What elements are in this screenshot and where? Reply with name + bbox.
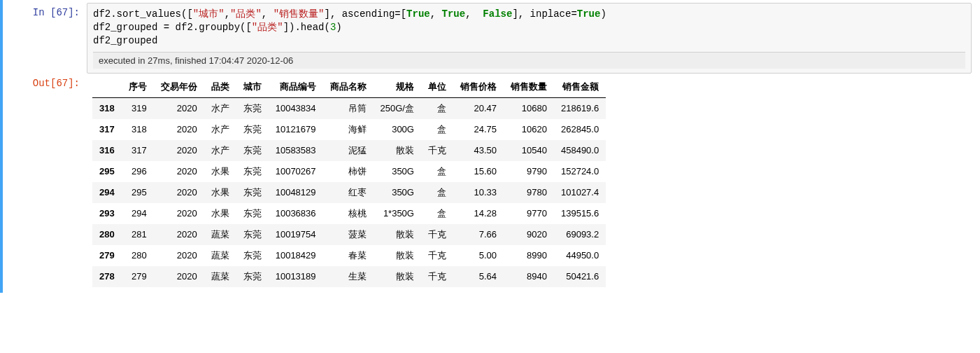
cell: 50421.6	[554, 266, 606, 287]
cell: 盒	[421, 161, 453, 182]
code-token: ,	[430, 8, 442, 20]
cell: 东莞	[236, 245, 269, 266]
code-keyword: True	[406, 8, 430, 20]
cell: 101027.4	[554, 182, 606, 203]
col-header: 品类	[204, 76, 236, 98]
cell: 2020	[154, 224, 204, 245]
cell: 10048129	[269, 182, 323, 203]
cell: 2020	[154, 119, 204, 140]
code-token: )	[336, 22, 341, 33]
code-string: "品类"	[230, 8, 262, 20]
table-row: 3163172020水产东莞10583583泥猛散装千克43.501054045…	[92, 140, 606, 161]
code-token: ]).head(	[283, 22, 330, 33]
table-row: 2932942020水果东莞10036836核桃1*350G盒14.289770…	[92, 203, 606, 224]
cell: 东莞	[236, 203, 269, 224]
col-header: 交易年份	[154, 76, 204, 98]
cell: 散装	[374, 266, 421, 287]
code-string: "销售数量"	[274, 8, 325, 20]
cell: 2020	[154, 266, 204, 287]
cell: 1*350G	[374, 203, 421, 224]
cell: 69093.2	[554, 224, 606, 245]
cell: 7.66	[453, 224, 504, 245]
cell: 2020	[154, 182, 204, 203]
col-header: 销售金额	[554, 76, 606, 98]
code-token: df2_grouped	[93, 35, 157, 46]
cell: 10070267	[269, 161, 323, 182]
cell: 10043834	[269, 97, 323, 119]
code-keyword: True	[577, 8, 601, 20]
cell: 东莞	[236, 224, 269, 245]
cell: 千克	[421, 266, 453, 287]
row-index: 280	[92, 224, 122, 245]
cell: 东莞	[236, 119, 269, 140]
cell: 水产	[204, 97, 236, 119]
table-row: 2952962020水果东莞10070267柿饼350G盒15.60979015…	[92, 161, 606, 182]
cell: 水果	[204, 203, 236, 224]
cell: 东莞	[236, 182, 269, 203]
cell: 458490.0	[554, 140, 606, 161]
col-header: 序号	[122, 76, 154, 98]
code-token: ,	[262, 8, 274, 20]
code-token: ,	[465, 8, 483, 20]
code-token: )	[600, 8, 606, 20]
col-header: 销售数量	[504, 76, 554, 98]
col-header: 销售价格	[453, 76, 504, 98]
row-index: 293	[92, 203, 122, 224]
cell: 15.60	[453, 161, 504, 182]
cell: 红枣	[323, 182, 374, 203]
cell: 10013189	[269, 266, 323, 287]
row-index: 278	[92, 266, 122, 287]
cell: 280	[122, 245, 154, 266]
row-index: 318	[92, 97, 122, 119]
col-header: 城市	[236, 76, 269, 98]
cell: 海鲜	[323, 119, 374, 140]
table-row: 2942952020水果东莞10048129红枣350G盒10.33978010…	[92, 182, 606, 203]
cell: 10.33	[453, 182, 504, 203]
output-row: Out[67]: 序号 交易年份 品类 城市 商品编号 商品名称 规格 单位 销…	[3, 74, 980, 287]
output-prompt: Out[67]:	[3, 74, 87, 89]
cell: 吊筒	[323, 97, 374, 119]
cell: 散装	[374, 245, 421, 266]
cell: 水果	[204, 182, 236, 203]
cell: 44950.0	[554, 245, 606, 266]
cell: 10540	[504, 140, 554, 161]
col-header: 单位	[421, 76, 453, 98]
cell: 296	[122, 161, 154, 182]
exec-info: executed in 27ms, finished 17:04:47 2020…	[93, 52, 965, 69]
cell: 2020	[154, 203, 204, 224]
cell: 盒	[421, 182, 453, 203]
cell: 散装	[374, 224, 421, 245]
row-index: 316	[92, 140, 122, 161]
input-prompt: In [67]:	[3, 3, 87, 18]
cell: 279	[122, 266, 154, 287]
cell: 14.28	[453, 203, 504, 224]
cell: 9770	[504, 203, 554, 224]
cell: 水果	[204, 161, 236, 182]
cell: 10019754	[269, 224, 323, 245]
cell: 10680	[504, 97, 554, 119]
cell: 泥猛	[323, 140, 374, 161]
table-row: 2782792020蔬菜东莞10013189生菜散装千克5.6489405042…	[92, 266, 606, 287]
code-string: "品类"	[252, 22, 283, 33]
cell: 春菜	[323, 245, 374, 266]
cell: 350G	[374, 182, 421, 203]
cell: 千克	[421, 140, 453, 161]
cell: 千克	[421, 224, 453, 245]
cell: 盒	[421, 203, 453, 224]
code-token: ,	[225, 8, 230, 20]
table-row: 2792802020蔬菜东莞10018429春菜散装千克5.0089904495…	[92, 245, 606, 266]
col-header: 规格	[374, 76, 421, 98]
cell: 蔬菜	[204, 224, 236, 245]
cell: 9790	[504, 161, 554, 182]
code-token: ], ascending=[	[324, 8, 406, 20]
cell: 核桃	[323, 203, 374, 224]
cell: 盒	[421, 97, 453, 119]
table-row: 3173182020水产东莞10121679海鲜300G盒24.75106202…	[92, 119, 606, 140]
code-input-area[interactable]: df2.sort_values(["城市","品类", "销售数量"], asc…	[87, 3, 972, 74]
cell: 5.64	[453, 266, 504, 287]
cell: 水产	[204, 140, 236, 161]
cell: 2020	[154, 245, 204, 266]
col-index	[92, 76, 122, 98]
cell: 319	[122, 97, 154, 119]
code-token: ], inplace=	[512, 8, 576, 20]
